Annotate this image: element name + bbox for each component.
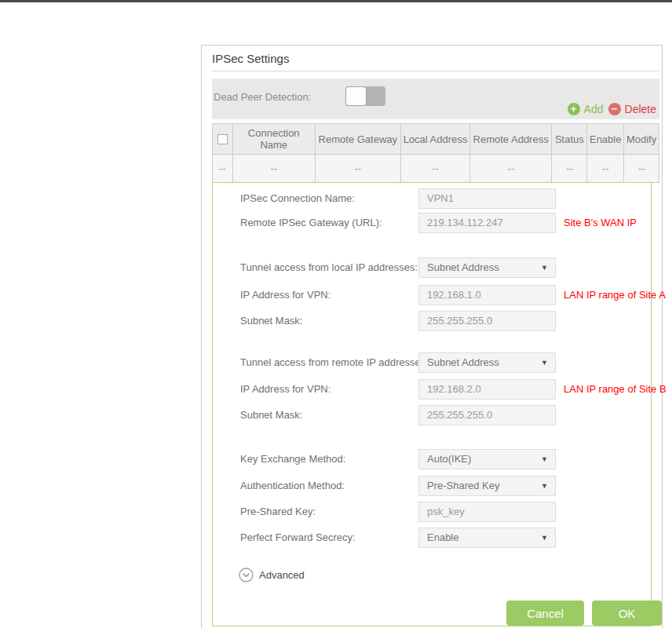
selected-option: Pre-Shared Key	[427, 480, 500, 491]
key-exchange-select[interactable]: Auto(IKE) ▼	[418, 449, 556, 469]
table-empty-row: -- -- -- -- -- -- -- --	[213, 154, 659, 182]
connection-name-input[interactable]: VPN1	[418, 188, 556, 209]
remote-subnet-mask-input[interactable]: 255.255.255.0	[418, 405, 556, 425]
form-row-tunnel-remote: Tunnel access from remote IP addresses: …	[212, 352, 672, 373]
form-row-pfs: Perfect Forward Secrecy: Enable ▼	[212, 528, 672, 548]
table-actions: + Add − Delete	[568, 103, 656, 115]
field-label: IPSec Connection Name:	[240, 188, 355, 209]
form-row-local-vpn-ip: IP Address for VPN: 192.168.1.0 LAN IP r…	[212, 285, 672, 305]
column-header: Modify	[623, 124, 659, 154]
title-separator	[212, 71, 659, 71]
annotation-site-b-wan-ip: Site B's WAN IP	[564, 213, 637, 233]
column-header: Remote Gateway	[315, 124, 401, 154]
ipsec-settings-page: IPSec Settings Dead Peer Detection: + Ad…	[0, 0, 672, 628]
local-subnet-mask-input[interactable]: 255.255.255.0	[418, 311, 556, 331]
top-border	[0, 0, 672, 2]
advanced-toggle-link[interactable]: Advanced	[239, 568, 305, 582]
column-header: Status	[551, 124, 586, 154]
field-label: Pre-Shared Key:	[240, 502, 316, 522]
connections-table: Connection Name Remote Gateway Local Add…	[212, 123, 659, 183]
form-row-pre-shared-key: Pre-Shared Key: psk_key	[212, 502, 672, 522]
dead-peer-detection-label: Dead Peer Detection:	[214, 91, 311, 103]
perfect-forward-secrecy-select[interactable]: Enable ▼	[418, 528, 556, 548]
chevron-down-icon: ▼	[541, 450, 548, 469]
empty-cell: --	[623, 155, 659, 182]
field-label: Tunnel access from remote IP addresses:	[240, 352, 429, 373]
field-label: Key Exchange Method:	[240, 449, 345, 469]
select-all-checkbox[interactable]	[217, 134, 228, 144]
toggle-knob-icon	[345, 86, 367, 106]
advanced-label: Advanced	[259, 569, 305, 581]
empty-cell: --	[400, 155, 469, 182]
form-row-remote-subnet-mask: Subnet Mask: 255.255.255.0	[212, 405, 672, 425]
minus-circle-icon: −	[608, 103, 621, 115]
chevron-down-icon: ▼	[541, 528, 548, 547]
plus-circle-icon: +	[568, 103, 580, 115]
form-row-remote-vpn-ip: IP Address for VPN: 192.168.2.0 LAN IP r…	[212, 379, 672, 400]
form-row-local-subnet-mask: Subnet Mask: 255.255.255.0	[212, 311, 672, 331]
chevron-down-icon: ▼	[541, 476, 548, 495]
selected-option: Auto(IKE)	[427, 453, 471, 465]
form-row-remote-gateway: Remote IPSec Gateway (URL): 219.134.112.…	[212, 213, 672, 233]
chevron-down-circle-icon	[239, 568, 254, 582]
empty-cell: --	[586, 155, 623, 182]
field-label: IP Address for VPN:	[240, 379, 331, 400]
pre-shared-key-input[interactable]: psk_key	[418, 502, 556, 522]
annotation-lan-ip-site-a: LAN IP range of Site A	[564, 285, 666, 305]
empty-cell: --	[213, 155, 232, 182]
field-label: Tunnel access from local IP addresses:	[240, 257, 418, 278]
tunnel-remote-select[interactable]: Subnet Address ▼	[418, 352, 556, 373]
form-row-tunnel-local: Tunnel access from local IP addresses: S…	[212, 257, 672, 278]
field-label: Subnet Mask:	[240, 311, 303, 331]
add-button[interactable]: + Add	[568, 103, 604, 115]
connection-edit-form	[212, 182, 652, 626]
chevron-down-icon: ▼	[541, 353, 548, 372]
selected-option: Subnet Address	[427, 356, 499, 368]
table-header-row: Connection Name Remote Gateway Local Add…	[213, 124, 659, 154]
empty-cell: --	[315, 155, 401, 182]
delete-button-label: Delete	[625, 103, 656, 115]
form-row-authentication: Authentication Method: Pre-Shared Key ▼	[212, 476, 672, 496]
column-header: Remote Address	[469, 124, 552, 154]
remote-vpn-ip-input[interactable]: 192.168.2.0	[418, 379, 556, 400]
tunnel-local-select[interactable]: Subnet Address ▼	[418, 257, 556, 278]
field-label: Perfect Forward Secrecy:	[240, 528, 356, 548]
dead-peer-detection-toggle[interactable]	[345, 86, 385, 106]
annotation-lan-ip-site-b: LAN IP range of Site B	[564, 379, 667, 400]
field-label: Authentication Method:	[240, 476, 345, 496]
empty-cell: --	[551, 155, 586, 182]
remote-gateway-input[interactable]: 219.134.112.247	[418, 213, 556, 233]
page-title: IPSec Settings	[212, 52, 289, 65]
ok-button[interactable]: OK	[592, 601, 662, 626]
local-vpn-ip-input[interactable]: 192.168.1.0	[418, 285, 556, 305]
column-header: Enable	[586, 124, 623, 154]
empty-cell: --	[469, 155, 552, 182]
field-label: Subnet Mask:	[240, 405, 303, 425]
authentication-method-select[interactable]: Pre-Shared Key ▼	[418, 476, 556, 496]
chevron-down-icon: ▼	[541, 258, 548, 277]
field-label: Remote IPSec Gateway (URL):	[240, 213, 382, 233]
field-label: IP Address for VPN:	[240, 285, 331, 305]
selected-option: Enable	[427, 531, 458, 543]
delete-button[interactable]: − Delete	[608, 103, 656, 115]
empty-cell: --	[232, 155, 315, 182]
cancel-button[interactable]: Cancel	[506, 601, 584, 626]
column-header: Local Address	[400, 124, 469, 154]
form-row-connection-name: IPSec Connection Name: VPN1	[212, 188, 672, 209]
select-all-cell	[213, 124, 232, 154]
form-row-key-exchange: Key Exchange Method: Auto(IKE) ▼	[212, 449, 672, 469]
selected-option: Subnet Address	[427, 261, 499, 273]
dead-peer-detection-bar: Dead Peer Detection: + Add − Delete	[212, 78, 659, 119]
column-header: Connection Name	[232, 124, 315, 154]
add-button-label: Add	[584, 103, 604, 115]
